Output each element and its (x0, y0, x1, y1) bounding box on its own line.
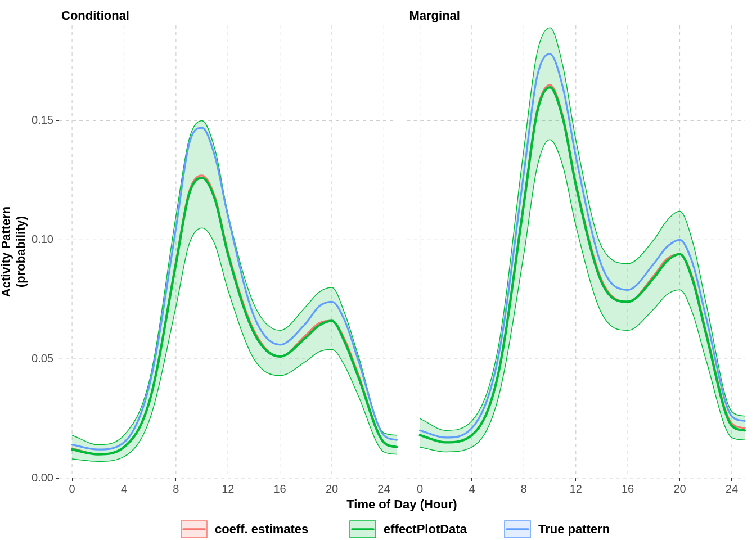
legend-label: True pattern (538, 522, 610, 536)
svg-text:4: 4 (469, 483, 475, 495)
svg-text:12: 12 (570, 483, 582, 495)
svg-text:16: 16 (622, 483, 634, 495)
facet-title: Conditional (61, 8, 129, 22)
legend-label: coeff. estimates (215, 522, 308, 536)
svg-text:8: 8 (521, 483, 527, 495)
svg-text:0: 0 (417, 483, 423, 495)
svg-text:0.05: 0.05 (32, 352, 53, 364)
svg-text:4: 4 (121, 483, 127, 495)
svg-text:16: 16 (274, 483, 286, 495)
x-axis-label: Time of Day (Hour) (346, 497, 457, 511)
chart-svg: 048121620240.000.050.100.15Conditional04… (0, 0, 756, 540)
facet-title: Marginal (410, 8, 460, 22)
chart-container: 048121620240.000.050.100.15Conditional04… (0, 0, 756, 540)
svg-text:20: 20 (673, 483, 686, 495)
svg-text:20: 20 (326, 483, 338, 495)
svg-text:12: 12 (222, 483, 234, 495)
svg-text:0: 0 (69, 483, 75, 495)
svg-text:8: 8 (173, 483, 179, 495)
y-axis-label: Activity Pattern(probability) (0, 206, 28, 297)
svg-text:Activity Pattern: Activity Pattern (0, 206, 13, 297)
legend: coeff. estimateseffectPlotDataTrue patte… (181, 521, 610, 538)
ci-ribbon-effectPlotData (72, 120, 397, 461)
legend-label: effectPlotData (384, 522, 467, 536)
svg-text:24: 24 (726, 483, 738, 495)
series-green (72, 178, 397, 454)
series-red (72, 176, 397, 454)
svg-text:24: 24 (377, 483, 390, 495)
svg-text:0.15: 0.15 (32, 114, 53, 126)
svg-text:0.00: 0.00 (32, 471, 53, 484)
svg-text:(probability): (probability) (14, 216, 28, 287)
svg-text:0.10: 0.10 (32, 233, 53, 245)
